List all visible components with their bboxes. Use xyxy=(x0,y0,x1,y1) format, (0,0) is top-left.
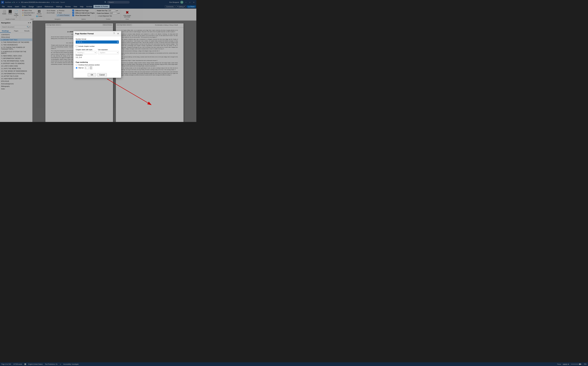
include-chapter-row: Include chapter number xyxy=(76,45,119,47)
start-at-radio[interactable] xyxy=(76,67,77,69)
start-at-label: Start at: xyxy=(78,67,84,69)
cancel-button[interactable]: Cancel xyxy=(97,73,107,76)
page-numbering-section-title: Page numbering xyxy=(76,61,119,63)
continue-label: Continue from previous section xyxy=(78,64,100,66)
continue-radio[interactable] xyxy=(76,64,77,66)
start-at-increment[interactable]: ▲ xyxy=(90,66,92,68)
dialog-footer: OK Cancel xyxy=(73,72,121,78)
dialog-close-btn[interactable]: ✕ xyxy=(117,32,119,35)
chapter-starts-select[interactable]: Heading 1 xyxy=(76,51,97,54)
svg-line-1 xyxy=(107,79,148,103)
number-format-label: Number format: xyxy=(76,38,119,40)
start-at-stepper: ▲ ▼ xyxy=(90,66,92,69)
page-number-format-dialog: Page Number Format ? ✕ Number format: 1,… xyxy=(73,31,121,78)
chapter-style-row: Chapter starts with style: Heading 1 Use… xyxy=(76,49,119,54)
chapter-starts-col: Chapter starts with style: Heading 1 xyxy=(76,49,97,54)
use-separator-select[interactable]: -hyphen- xyxy=(98,51,119,54)
examples-row: Examples: 1-1, 1-A xyxy=(76,54,119,58)
dialog-body: Number format: 1, 2, 3, ... Include chap… xyxy=(73,36,121,72)
examples-label: Examples: xyxy=(76,54,119,56)
start-at-input[interactable] xyxy=(85,67,89,69)
include-chapter-checkbox-row[interactable]: Include chapter number xyxy=(76,45,119,47)
include-chapter-label: Include chapter number xyxy=(78,46,95,47)
dialog-help-btn[interactable]: ? xyxy=(113,32,115,35)
continue-radio-row[interactable]: Continue from previous section xyxy=(76,64,119,66)
include-chapter-checkbox[interactable] xyxy=(76,45,77,47)
start-at-decrement[interactable]: ▼ xyxy=(90,68,92,69)
number-format-select[interactable]: 1, 2, 3, ... xyxy=(76,40,119,44)
examples-value: 1-1, 1-A xyxy=(76,56,82,58)
start-at-row: Start at: ▲ ▼ xyxy=(76,66,119,69)
dialog-header-btns: ? ✕ xyxy=(113,32,119,35)
dialog-title: Page Number Format xyxy=(75,33,94,35)
use-separator-col: Use separator: -hyphen- xyxy=(98,49,119,54)
ok-button[interactable]: OK xyxy=(88,73,96,76)
chapter-starts-label: Chapter starts with style: xyxy=(76,49,97,51)
use-separator-label: Use separator: xyxy=(98,49,119,51)
dialog-header: Page Number Format ? ✕ xyxy=(73,31,121,36)
dialog-overlay: Page Number Format ? ✕ Number format: 1,… xyxy=(0,0,196,122)
number-format-row: Number format: 1, 2, 3, ... xyxy=(76,38,119,44)
